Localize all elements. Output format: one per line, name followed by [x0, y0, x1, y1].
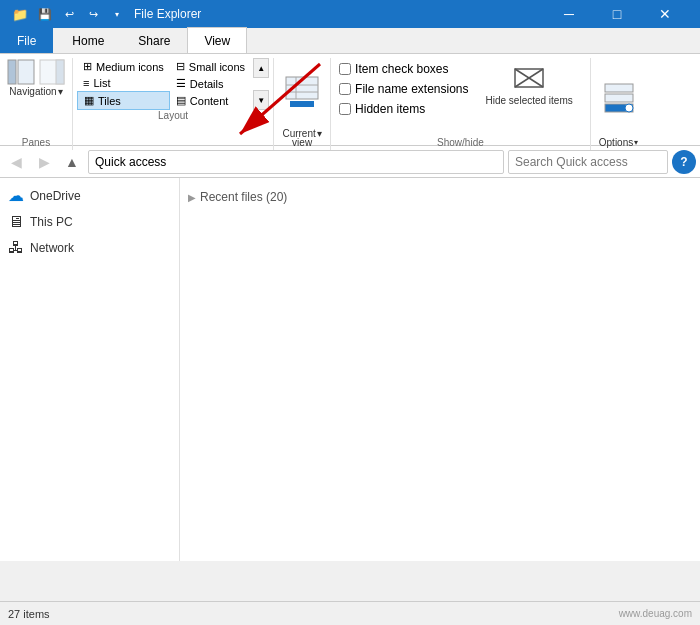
qa-dropdown-button[interactable]: ▾	[106, 5, 128, 23]
preview-icon	[38, 58, 66, 86]
current-view-group: Current ▾ view	[274, 58, 331, 150]
onedrive-icon: ☁	[8, 186, 24, 205]
status-bar: 27 items www.deuag.com	[0, 601, 700, 625]
nav-bar: ◀ ▶ ▲ ?	[0, 146, 700, 178]
watermark: www.deuag.com	[619, 608, 692, 619]
network-icon: 🖧	[8, 239, 24, 257]
hidden-items-checkbox[interactable]	[339, 103, 351, 115]
sidebar-item-onedrive[interactable]: ☁ OneDrive	[0, 182, 179, 209]
content-area: ▶ Recent files (20)	[180, 178, 700, 561]
content-icon: ▤	[176, 94, 186, 107]
tiles-icon: ▦	[84, 94, 94, 107]
layout-small-icons[interactable]: ⊟ Small icons	[170, 58, 251, 75]
svg-rect-1	[18, 60, 34, 84]
svg-point-15	[625, 104, 633, 112]
options-button[interactable]: Options ▾	[599, 137, 638, 148]
redo-button[interactable]: ↪	[82, 5, 104, 23]
layout-list[interactable]: ≡ List	[77, 75, 170, 91]
content-header: ▶ Recent files (20)	[188, 186, 692, 208]
sidebar-item-network-label: Network	[30, 241, 74, 255]
options-group: Options ▾	[591, 58, 646, 150]
svg-rect-12	[605, 84, 633, 92]
panes-label: Panes	[22, 137, 50, 148]
ribbon-content: Navigation ▾ Panes ⊞ Medium icons	[0, 54, 700, 146]
current-view-sub: view	[292, 137, 312, 148]
maximize-button[interactable]: □	[594, 0, 640, 28]
showhide-group: Item check boxes File name extensions Hi…	[331, 58, 591, 150]
file-name-extensions-checkbox[interactable]	[339, 83, 351, 95]
svg-rect-4	[286, 77, 318, 99]
back-button[interactable]: ◀	[4, 150, 28, 174]
item-check-boxes-checkbox[interactable]	[339, 63, 351, 75]
tab-file[interactable]: File	[0, 27, 53, 53]
main-container: ☁ OneDrive 🖥 This PC 🖧 Network ▶ Recent …	[0, 178, 700, 561]
item-check-boxes-row[interactable]: Item check boxes	[339, 62, 468, 76]
checkboxes-column: Item check boxes File name extensions Hi…	[339, 58, 468, 118]
layout-group: ⊞ Medium icons ≡ List ▦ Tiles	[73, 58, 274, 150]
hide-selected-label: Hide selected items	[486, 95, 573, 107]
tab-home[interactable]: Home	[55, 27, 121, 53]
layout-scroll-down[interactable]: ▼	[253, 90, 269, 110]
up-button[interactable]: ▲	[60, 150, 84, 174]
layout-tiles[interactable]: ▦ Tiles	[77, 91, 170, 110]
layout-details[interactable]: ☰ Details	[170, 75, 251, 92]
sidebar-item-this-pc-label: This PC	[30, 215, 73, 229]
content-arrow-icon: ▶	[188, 192, 196, 203]
layout-scroll: ▲ ▼	[253, 58, 269, 110]
undo-button[interactable]: ↩	[58, 5, 80, 23]
layout-content[interactable]: ▤ Content	[170, 92, 251, 109]
ribbon-main: Navigation ▾ Panes ⊞ Medium icons	[0, 58, 700, 150]
tab-share[interactable]: Share	[121, 27, 187, 53]
svg-rect-13	[605, 94, 633, 102]
search-input[interactable]	[508, 150, 668, 174]
close-button[interactable]: ✕	[642, 0, 688, 28]
window-title: File Explorer	[134, 7, 544, 21]
title-bar: 📁 💾 ↩ ↪ ▾ File Explorer ─ □ ✕	[0, 0, 700, 28]
small-icons-icon: ⊟	[176, 60, 185, 73]
help-button[interactable]: ?	[672, 150, 696, 174]
forward-button[interactable]: ▶	[32, 150, 56, 174]
layout-items: ⊞ Medium icons ≡ List ▦ Tiles	[77, 58, 269, 110]
sidebar-item-this-pc[interactable]: 🖥 This PC	[0, 209, 179, 235]
layout-scroll-up[interactable]: ▲	[253, 58, 269, 78]
minimize-button[interactable]: ─	[546, 0, 592, 28]
panes-group: Navigation ▾ Panes	[0, 58, 73, 150]
hide-selected-button[interactable]: Hide selected items	[477, 58, 582, 112]
svg-rect-8	[290, 101, 314, 107]
this-pc-icon: 🖥	[8, 213, 24, 231]
details-icon: ☰	[176, 77, 186, 90]
layout-label: Layout	[77, 110, 269, 121]
ribbon-tabs: File Home Share View	[0, 28, 700, 54]
app-icon: 📁	[12, 7, 28, 22]
content-header-text: Recent files (20)	[200, 190, 287, 204]
navigation-pane-button[interactable]: Navigation ▾	[9, 86, 62, 97]
panes-content: Navigation ▾	[6, 58, 66, 97]
svg-rect-0	[8, 60, 16, 84]
tab-view[interactable]: View	[187, 27, 247, 53]
items-count: 27 items	[8, 608, 50, 620]
showhide-content: Item check boxes File name extensions Hi…	[339, 58, 582, 137]
file-name-extensions-row[interactable]: File name extensions	[339, 82, 468, 96]
options-icon	[601, 80, 637, 116]
svg-rect-3	[56, 60, 64, 84]
nav-pane-icon	[6, 58, 36, 86]
layout-col-1: ⊞ Medium icons ≡ List ▦ Tiles	[77, 58, 170, 110]
sidebar-item-network[interactable]: 🖧 Network	[0, 235, 179, 261]
address-bar[interactable]	[88, 150, 504, 174]
list-icon: ≡	[83, 77, 89, 89]
layout-col-2: ⊟ Small icons ☰ Details ▤ Content	[170, 58, 251, 110]
showhide-label: Show/hide	[339, 137, 582, 148]
sidebar: ☁ OneDrive 🖥 This PC 🖧 Network	[0, 178, 180, 561]
hidden-items-row[interactable]: Hidden items	[339, 102, 468, 116]
save-button[interactable]: 💾	[34, 5, 56, 23]
layout-medium-icons[interactable]: ⊞ Medium icons	[77, 58, 170, 75]
medium-icons-icon: ⊞	[83, 60, 92, 73]
hide-selected-icon	[513, 63, 545, 95]
sidebar-item-onedrive-label: OneDrive	[30, 189, 81, 203]
current-view-icon	[282, 73, 322, 113]
